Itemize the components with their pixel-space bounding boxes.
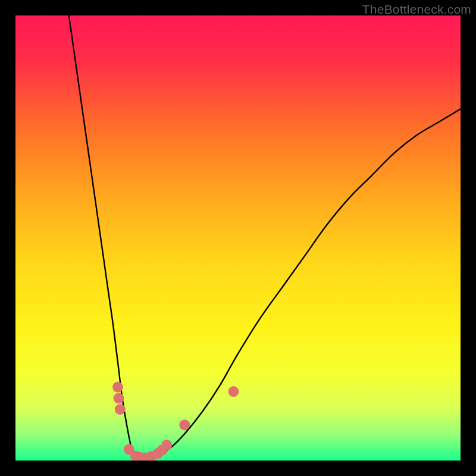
chart-frame: TheBottleneck.com: [0, 0, 476, 476]
plot-area: [15, 15, 461, 461]
data-marker: [115, 404, 126, 415]
data-marker: [112, 382, 123, 393]
data-marker: [228, 386, 239, 397]
data-marker: [161, 440, 172, 450]
chart-svg: [15, 15, 461, 461]
watermark-text: TheBottleneck.com: [362, 2, 471, 17]
data-marker: [179, 419, 190, 430]
data-marker: [114, 393, 124, 403]
